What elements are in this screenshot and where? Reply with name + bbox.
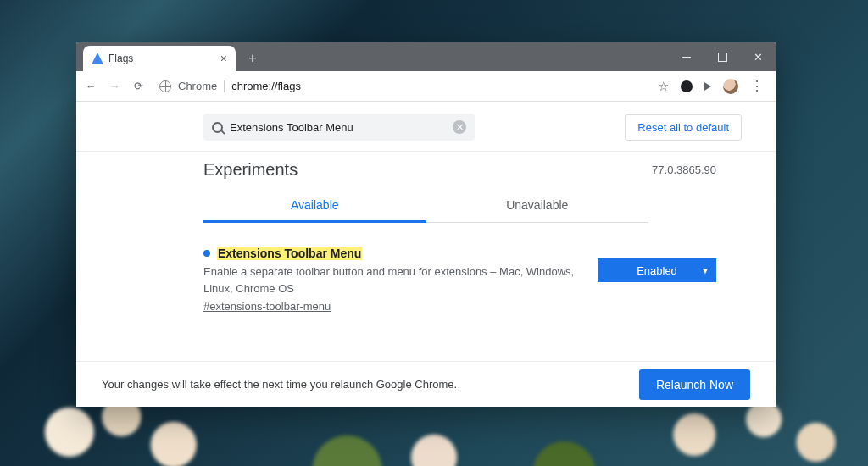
omnibox-url: chrome://flags: [231, 80, 301, 92]
flask-icon: [92, 53, 103, 64]
reset-all-button[interactable]: Reset all to default: [625, 114, 742, 141]
close-tab-icon[interactable]: ×: [220, 52, 227, 65]
flags-search-input[interactable]: Extensions Toolbar Menu ✕: [203, 114, 475, 141]
bookmark-star-icon[interactable]: ☆: [658, 79, 669, 94]
flag-title: Extensions Toolbar Menu: [217, 247, 362, 260]
tabs-row: Available Unavailable: [76, 180, 776, 223]
minimize-button[interactable]: [669, 42, 704, 71]
footer-bar: Your changes will take effect the next t…: [76, 361, 776, 407]
search-icon: [212, 122, 223, 133]
flag-state-value: Enabled: [637, 264, 677, 277]
close-window-button[interactable]: [740, 42, 776, 71]
omnibox[interactable]: Chrome chrome://flags: [154, 80, 649, 92]
page-content: Extensions Toolbar Menu ✕ Reset all to d…: [76, 102, 776, 407]
tab-available[interactable]: Available: [203, 190, 426, 223]
search-value: Extensions Toolbar Menu: [230, 121, 446, 134]
footer-message: Your changes will take effect the next t…: [102, 378, 457, 391]
browser-tab[interactable]: Flags ×: [83, 46, 236, 71]
titlebar: Flags × +: [76, 42, 776, 71]
flag-description: Enable a separate toolbar button and men…: [203, 264, 581, 297]
site-info-icon[interactable]: [159, 80, 171, 92]
extension-icon[interactable]: [681, 80, 693, 92]
omnibox-scheme: Chrome: [178, 80, 217, 92]
window-controls: [669, 42, 776, 71]
flag-state-select[interactable]: Enabled ▼: [598, 258, 716, 282]
omnibox-separator: [224, 80, 225, 92]
tab-title: Flags: [108, 53, 133, 64]
reload-button[interactable]: ⟳: [131, 80, 146, 92]
forward-button[interactable]: →: [107, 80, 122, 92]
chrome-version: 77.0.3865.90: [652, 164, 716, 176]
search-row: Extensions Toolbar Menu ✕ Reset all to d…: [76, 102, 776, 152]
flag-status-dot-icon: [203, 250, 210, 257]
browser-toolbar: ← → ⟳ Chrome chrome://flags ☆ ⋮: [76, 71, 776, 102]
flag-hash-link[interactable]: #extensions-toolbar-menu: [203, 300, 331, 313]
toolbar-actions: ☆ ⋮: [658, 78, 764, 94]
flag-item: Extensions Toolbar Menu Enable a separat…: [76, 223, 776, 313]
chevron-down-icon: ▼: [701, 266, 709, 275]
play-icon[interactable]: [704, 82, 711, 91]
header-row: Experiments 77.0.3865.90: [76, 152, 776, 180]
clear-search-icon[interactable]: ✕: [453, 120, 466, 134]
chrome-window: Flags × + ← → ⟳ Chrome chrome://flags ☆ …: [76, 42, 776, 407]
new-tab-button[interactable]: +: [242, 48, 263, 69]
tab-unavailable[interactable]: Unavailable: [426, 190, 649, 223]
page-title: Experiments: [203, 160, 298, 180]
menu-kebab-icon[interactable]: ⋮: [750, 78, 764, 94]
relaunch-button[interactable]: Relaunch Now: [639, 369, 750, 400]
maximize-button[interactable]: [704, 42, 740, 71]
back-button[interactable]: ←: [83, 80, 98, 92]
profile-avatar[interactable]: [723, 79, 738, 94]
